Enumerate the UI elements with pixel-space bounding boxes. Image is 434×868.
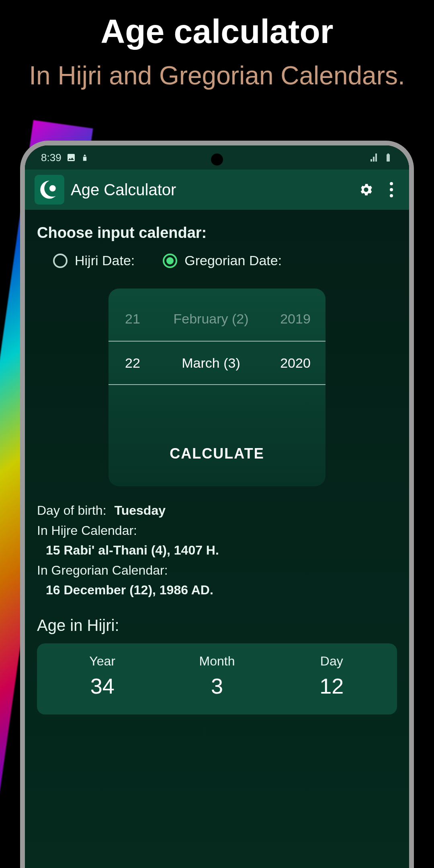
battery-icon [383,153,393,162]
picker-prev-year: 2019 [265,311,326,327]
status-time: 8:39 [41,151,61,164]
age-year-value: 34 [45,674,160,698]
dob-label: Day of birth: [37,501,106,521]
more-menu-icon[interactable] [390,182,393,197]
age-month-label: Month [160,654,274,669]
age-hijri-title: Age in Hijri: [37,616,397,635]
gregorian-calendar-label: In Gregorian Calendar: [37,561,397,581]
age-hijri-card: Year 34 Month 3 Day 12 [37,643,397,714]
image-icon [66,153,76,162]
mosque-icon [81,154,89,162]
picker-prev-month: February (2) [157,311,265,327]
age-year-column: Year 34 [45,654,160,698]
app-logo-icon [35,175,64,205]
signal-icon [370,153,379,162]
picker-month: March (3) [157,355,265,371]
radio-checked-icon [163,254,177,268]
radio-hijri[interactable]: Hijri Date: [53,253,135,268]
calendar-radio-group: Hijri Date: Gregorian Date: [37,253,397,268]
age-month-value: 3 [160,674,274,698]
phone-frame: 8:39 Age Calculator Choose input c [20,141,414,868]
radio-hijri-label: Hijri Date: [75,253,135,268]
radio-gregorian-label: Gregorian Date: [184,253,282,268]
promo-title: Age calculator [0,12,434,51]
hijri-calendar-label: In Hijre Calendar: [37,521,397,541]
picker-prev-row[interactable]: 21 February (2) 2019 [108,297,326,341]
results-section: Day of birth: Tuesday In Hijre Calendar:… [37,501,397,600]
calculate-button[interactable]: CALCULATE [108,385,326,478]
date-picker-card: 21 February (2) 2019 22 March (3) 2020 C… [108,289,326,486]
phone-screen: 8:39 Age Calculator Choose input c [25,145,409,868]
input-calendar-heading: Choose input calendar: [37,224,397,242]
dob-value: Tuesday [115,501,166,521]
picker-year: 2020 [265,355,326,371]
picker-prev-day: 21 [108,311,157,327]
picker-current-row[interactable]: 22 March (3) 2020 [108,341,326,385]
age-hijri-section: Age in Hijri: Year 34 Month 3 Day 12 [37,616,397,714]
promo-subtitle: In Hijri and Gregorian Calendars. [0,58,434,93]
age-month-column: Month 3 [160,654,274,698]
picker-day: 22 [108,355,157,371]
main-content: Choose input calendar: Hijri Date: Grego… [25,210,409,868]
radio-gregorian[interactable]: Gregorian Date: [163,253,282,268]
age-year-label: Year [45,654,160,669]
age-day-value: 12 [274,674,389,698]
phone-camera-notch [211,154,223,166]
age-day-label: Day [274,654,389,669]
svg-point-0 [49,185,56,192]
app-title: Age Calculator [71,181,352,199]
age-day-column: Day 12 [274,654,389,698]
gregorian-calendar-value: 16 December (12), 1986 AD. [37,580,397,600]
app-bar: Age Calculator [25,170,409,210]
radio-unchecked-icon [53,254,68,268]
gear-icon[interactable] [358,182,374,197]
hijri-calendar-value: 15 Rabi' al-Thani (4), 1407 H. [37,540,397,561]
